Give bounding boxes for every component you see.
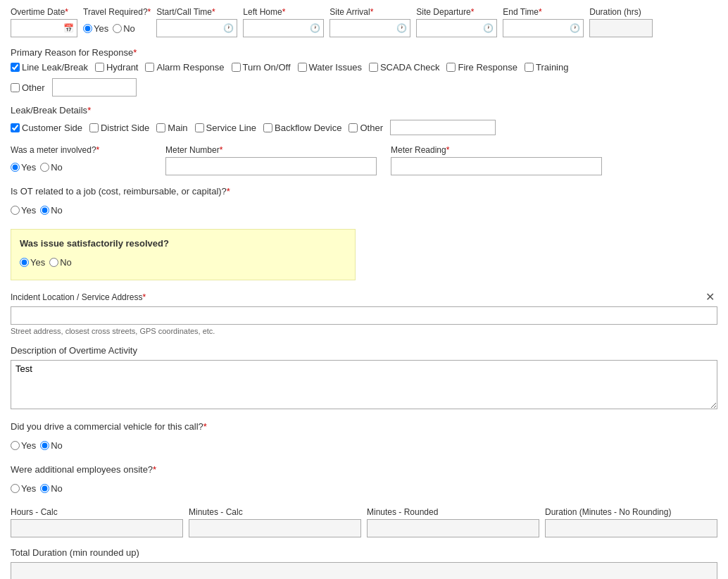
clock-icon-3[interactable]: 🕐 bbox=[394, 22, 410, 35]
duration-input[interactable]: 6.00 bbox=[589, 19, 653, 37]
checkbox-water-issues[interactable]: Water Issues bbox=[298, 62, 362, 73]
commercial-vehicle-radio-group: Yes No bbox=[11, 436, 717, 454]
end-time-input[interactable]: 08:00:00 PM bbox=[503, 20, 567, 37]
ot-no-option[interactable]: No bbox=[40, 205, 63, 216]
site-arrival-input[interactable]: 04:00:00 PM bbox=[330, 20, 394, 37]
checkbox-alarm-response[interactable]: Alarm Response bbox=[145, 62, 224, 73]
site-departure-wrapper[interactable]: 05:00:00 PM 🕐 bbox=[416, 19, 497, 37]
ot-related-radio-group: Yes No bbox=[11, 201, 717, 219]
checkbox-other-leak[interactable]: Other bbox=[349, 123, 383, 133]
meter-reading-input[interactable]: 123456 bbox=[391, 157, 602, 175]
commercial-yes-radio[interactable] bbox=[11, 441, 20, 450]
resolved-yes-radio[interactable] bbox=[20, 258, 29, 267]
alarm-response-checkbox[interactable] bbox=[145, 63, 154, 72]
hydrant-checkbox[interactable] bbox=[95, 63, 104, 72]
meter-row: Was a meter involved?* Yes No Meter Numb… bbox=[11, 145, 717, 176]
calendar-icon[interactable]: 📅 bbox=[61, 22, 77, 35]
times-row: Overtime Date* 01/21/25 📅 Travel Require… bbox=[11, 7, 717, 37]
meter-no-option[interactable]: No bbox=[40, 162, 63, 173]
meter-involved-radio-group: Yes No bbox=[11, 158, 151, 176]
travel-yes-option[interactable]: Yes bbox=[83, 23, 108, 34]
ot-yes-option[interactable]: Yes bbox=[11, 205, 36, 216]
overtime-date-wrapper[interactable]: 01/21/25 📅 bbox=[11, 19, 77, 37]
training-checkbox[interactable] bbox=[525, 63, 534, 72]
checkbox-line-leak[interactable]: Line Leak/Break bbox=[11, 62, 88, 73]
clock-icon-4[interactable]: 🕐 bbox=[480, 22, 496, 35]
description-textarea[interactable]: Test bbox=[11, 360, 717, 409]
backflow-device-checkbox[interactable] bbox=[263, 123, 272, 132]
ot-no-radio[interactable] bbox=[40, 206, 49, 215]
other-leak-checkbox[interactable] bbox=[349, 123, 358, 132]
start-call-time-wrapper[interactable]: 02:00:00 PM 🕐 bbox=[156, 19, 237, 37]
checkbox-district-side[interactable]: District Side bbox=[89, 123, 149, 133]
employees-yes-radio[interactable] bbox=[11, 484, 20, 493]
calc-row: Hours - Calc 6.00 Minutes - Calc 0.00 Mi… bbox=[11, 507, 717, 537]
commercial-vehicle-label: Did you drive a commercial vehicle for t… bbox=[11, 421, 717, 432]
scada-check-checkbox[interactable] bbox=[369, 63, 378, 72]
meter-yes-radio[interactable] bbox=[11, 163, 20, 172]
line-leak-checkbox[interactable] bbox=[11, 63, 20, 72]
employees-no-radio[interactable] bbox=[40, 484, 49, 493]
resolved-no-radio[interactable] bbox=[49, 258, 58, 267]
checkbox-service-line[interactable]: Service Line bbox=[195, 123, 257, 133]
other-leak-text[interactable] bbox=[390, 120, 496, 135]
checkbox-training[interactable]: Training bbox=[525, 62, 568, 73]
primary-reason-other-row: Other bbox=[11, 78, 717, 96]
overtime-date-input[interactable]: 01/21/25 bbox=[11, 20, 61, 37]
employees-no-option[interactable]: No bbox=[40, 483, 63, 494]
incident-location-section: Incident Location / Service Address* ✕ 5… bbox=[11, 290, 717, 335]
incident-location-hint: Street address, closest cross streets, G… bbox=[11, 327, 717, 335]
other-primary-text[interactable] bbox=[52, 78, 137, 96]
site-departure-input[interactable]: 05:00:00 PM bbox=[417, 20, 480, 37]
checkbox-scada-check[interactable]: SCADA Check bbox=[369, 62, 440, 73]
site-arrival-wrapper[interactable]: 04:00:00 PM 🕐 bbox=[330, 19, 410, 37]
incident-location-input[interactable]: 5566564 bbox=[11, 306, 717, 325]
employees-yes-option[interactable]: Yes bbox=[11, 483, 36, 494]
turn-on-off-checkbox[interactable] bbox=[232, 63, 241, 72]
checkbox-fire-response[interactable]: Fire Response bbox=[446, 62, 517, 73]
service-line-checkbox[interactable] bbox=[195, 123, 204, 132]
additional-employees-radio-group: Yes No bbox=[11, 479, 717, 497]
other-primary-checkbox[interactable] bbox=[11, 83, 20, 92]
resolved-label: Was issue satisfactorily resolved? bbox=[20, 238, 346, 249]
district-side-checkbox[interactable] bbox=[89, 123, 99, 132]
travel-no-radio[interactable] bbox=[113, 24, 122, 33]
clock-icon-2[interactable]: 🕐 bbox=[307, 22, 323, 35]
checkbox-main[interactable]: Main bbox=[156, 123, 187, 133]
checkbox-customer-side[interactable]: Customer Side bbox=[11, 123, 82, 133]
meter-no-radio[interactable] bbox=[40, 163, 49, 172]
customer-side-checkbox[interactable] bbox=[11, 123, 20, 132]
resolved-yes-option[interactable]: Yes bbox=[20, 257, 45, 268]
minutes-rounded-label: Minutes - Rounded bbox=[367, 507, 539, 517]
ot-yes-radio[interactable] bbox=[11, 206, 20, 215]
checkbox-turn-on-off[interactable]: Turn On/Off bbox=[232, 62, 291, 73]
water-issues-checkbox[interactable] bbox=[298, 63, 307, 72]
minutes-calc-group: Minutes - Calc 0.00 bbox=[189, 507, 361, 537]
meter-yes-option[interactable]: Yes bbox=[11, 162, 36, 173]
commercial-no-option[interactable]: No bbox=[40, 440, 63, 451]
end-time-wrapper[interactable]: 08:00:00 PM 🕐 bbox=[503, 19, 584, 37]
resolved-no-option[interactable]: No bbox=[49, 257, 72, 268]
checkbox-hydrant[interactable]: Hydrant bbox=[95, 62, 139, 73]
left-home-input[interactable]: 03:00:00 PM bbox=[244, 20, 307, 37]
resolved-radio-group: Yes No bbox=[20, 253, 346, 271]
left-home-wrapper[interactable]: 03:00:00 PM 🕐 bbox=[243, 19, 324, 37]
checkbox-other-primary[interactable]: Other bbox=[11, 82, 45, 93]
close-incident-button[interactable]: ✕ bbox=[703, 290, 717, 304]
travel-yes-radio[interactable] bbox=[83, 24, 92, 33]
description-label: Description of Overtime Activity bbox=[11, 345, 717, 356]
clock-icon-5[interactable]: 🕐 bbox=[567, 22, 583, 35]
start-call-time-input[interactable]: 02:00:00 PM bbox=[157, 20, 220, 37]
commercial-no-radio[interactable] bbox=[40, 441, 49, 450]
duration-label: Duration (hrs) bbox=[589, 7, 653, 17]
fire-response-checkbox[interactable] bbox=[446, 63, 456, 72]
commercial-yes-option[interactable]: Yes bbox=[11, 440, 36, 451]
clock-icon[interactable]: 🕐 bbox=[220, 22, 237, 35]
duration-no-round-input: 360 bbox=[545, 519, 717, 537]
main-checkbox[interactable] bbox=[156, 123, 165, 132]
total-duration-section: Total Duration (min rounded up) 6.00 bbox=[11, 547, 717, 579]
checkbox-backflow-device[interactable]: Backflow Device bbox=[263, 123, 341, 133]
leak-break-section: Leak/Break Details* Customer Side Distri… bbox=[11, 105, 717, 135]
meter-number-input[interactable]: 123 bbox=[165, 157, 377, 175]
travel-no-option[interactable]: No bbox=[113, 23, 135, 34]
